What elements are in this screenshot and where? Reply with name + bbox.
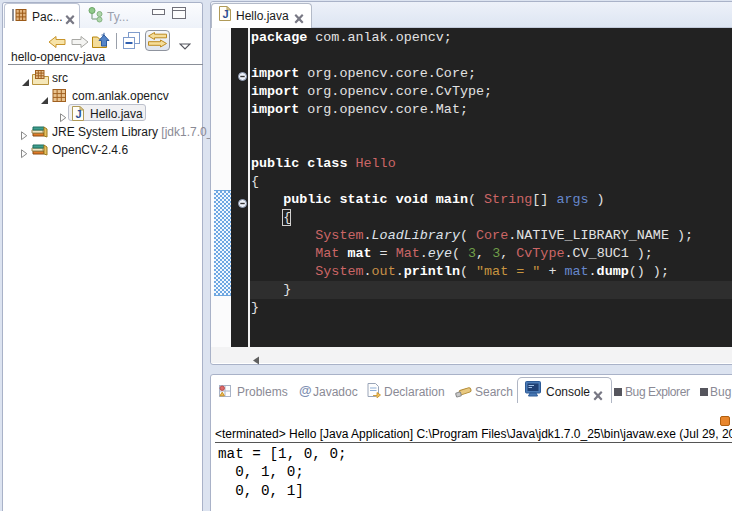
svg-text:J: J: [75, 108, 81, 120]
svg-text:J: J: [222, 8, 228, 20]
